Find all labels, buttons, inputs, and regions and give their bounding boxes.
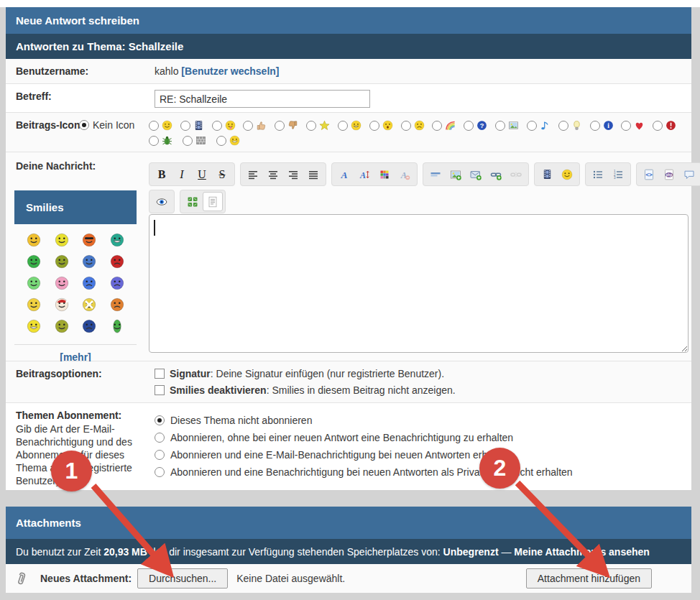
disable-smilies-checkbox[interactable] bbox=[155, 385, 165, 395]
post-icon-option[interactable] bbox=[401, 120, 429, 131]
smiley-red-angry-icon[interactable] bbox=[110, 254, 124, 271]
subscription-radio-2[interactable] bbox=[155, 450, 165, 460]
question-badge-radio[interactable] bbox=[464, 121, 474, 131]
smiley-pickle-icon[interactable] bbox=[110, 319, 124, 336]
subject-input[interactable] bbox=[155, 90, 370, 108]
smiley-lightgreen-icon[interactable] bbox=[27, 276, 41, 292]
source-view-button[interactable] bbox=[203, 192, 223, 211]
surprised-face-radio[interactable] bbox=[369, 121, 379, 131]
post-icon-option[interactable] bbox=[338, 120, 366, 131]
subscription-radio-1[interactable] bbox=[155, 433, 165, 443]
smiley-olive-icon[interactable] bbox=[55, 254, 69, 271]
heart-radio[interactable] bbox=[621, 121, 631, 131]
remove-format-button[interactable]: A bbox=[395, 165, 415, 184]
rainbow-radio[interactable] bbox=[432, 121, 442, 131]
thumbs-down-radio[interactable] bbox=[275, 121, 285, 131]
post-icon-option[interactable] bbox=[180, 120, 208, 131]
smiley-navy-angry-icon[interactable] bbox=[82, 319, 96, 336]
smiley-pink-icon[interactable] bbox=[55, 276, 69, 292]
post-icon-option[interactable] bbox=[369, 120, 397, 131]
post-icon-option[interactable] bbox=[183, 135, 213, 146]
star-radio[interactable] bbox=[306, 121, 316, 131]
horizontal-rule-button[interactable] bbox=[425, 165, 446, 184]
font-family-button[interactable]: A bbox=[334, 165, 354, 184]
info-badge-radio[interactable] bbox=[590, 121, 600, 131]
tongue-face-radio[interactable] bbox=[212, 121, 222, 131]
strike-button[interactable]: S bbox=[212, 165, 232, 184]
post-icon-option[interactable]: i bbox=[590, 120, 618, 131]
list-unordered-button[interactable] bbox=[588, 165, 608, 184]
maximize-button[interactable] bbox=[183, 192, 203, 211]
laugh-face-radio[interactable] bbox=[216, 136, 226, 146]
switch-user-link[interactable]: [Benutzer wechseln] bbox=[181, 65, 279, 77]
subscription-radio-3[interactable] bbox=[155, 467, 165, 477]
grin-face-radio[interactable] bbox=[338, 121, 348, 131]
italic-button[interactable]: I bbox=[172, 165, 192, 184]
post-icon-option[interactable] bbox=[212, 120, 240, 131]
post-icon-option[interactable] bbox=[149, 120, 177, 131]
message-textarea[interactable] bbox=[149, 214, 689, 353]
post-icon-option[interactable] bbox=[653, 120, 681, 131]
smiley-olive-eyes-icon[interactable] bbox=[55, 319, 69, 336]
music-note-radio[interactable] bbox=[527, 121, 537, 131]
smiley-green-icon[interactable] bbox=[27, 254, 41, 271]
film-radio[interactable] bbox=[180, 121, 190, 131]
post-icon-option[interactable] bbox=[149, 135, 179, 146]
align-center-button[interactable] bbox=[263, 165, 283, 184]
post-icon-option[interactable] bbox=[432, 120, 460, 131]
signature-checkbox[interactable] bbox=[155, 369, 165, 379]
smiley-gold-icon[interactable] bbox=[27, 233, 41, 249]
insert-smiley-button[interactable] bbox=[557, 165, 577, 184]
no-icon-radio[interactable] bbox=[79, 120, 89, 130]
smiley-teal-grin-icon[interactable] bbox=[110, 233, 124, 249]
bold-button[interactable]: B bbox=[152, 165, 172, 184]
subscription-option[interactable]: Dieses Thema nicht abonnieren bbox=[155, 412, 573, 429]
smiley-bandage-icon[interactable] bbox=[82, 297, 96, 314]
smiley-blue-icon[interactable] bbox=[82, 254, 96, 271]
smiley-sunglasses-icon[interactable] bbox=[82, 233, 96, 249]
smiley-yellow-icon[interactable] bbox=[55, 233, 69, 249]
align-right-button[interactable] bbox=[283, 165, 303, 184]
post-icon-option[interactable] bbox=[216, 135, 247, 146]
post-icon-option[interactable] bbox=[495, 120, 523, 131]
my-attachments-link[interactable]: Meine Attachments ansehen bbox=[514, 546, 650, 558]
insert-link-button[interactable] bbox=[486, 165, 506, 184]
wink-face-radio[interactable] bbox=[149, 121, 159, 131]
align-left-button[interactable] bbox=[243, 165, 263, 184]
smiley-orange-mad-icon[interactable] bbox=[110, 297, 124, 314]
align-justify-button[interactable] bbox=[303, 165, 323, 184]
add-attachment-button[interactable]: Attachment hinzufügen bbox=[526, 568, 652, 589]
brick-wall-radio[interactable] bbox=[183, 136, 193, 146]
post-icon-option[interactable] bbox=[527, 120, 555, 131]
post-icon-option[interactable]: ? bbox=[464, 120, 492, 131]
thumbs-up-radio[interactable] bbox=[243, 121, 253, 131]
post-icon-option[interactable] bbox=[558, 120, 586, 131]
bug-radio[interactable] bbox=[149, 136, 159, 146]
no-icon-option[interactable]: Kein Icon bbox=[79, 119, 134, 131]
list-ordered-button[interactable]: 123 bbox=[608, 165, 628, 184]
lightbulb-radio[interactable] bbox=[558, 121, 568, 131]
insert-code-button[interactable]: <> bbox=[639, 165, 659, 184]
browse-button[interactable]: Durchsuchen... bbox=[137, 568, 228, 589]
post-icon-option[interactable] bbox=[275, 120, 303, 131]
insert-email-button[interactable] bbox=[466, 165, 486, 184]
post-icon-option[interactable] bbox=[243, 120, 271, 131]
smiley-bat-icon[interactable] bbox=[27, 297, 41, 314]
insert-video-button[interactable] bbox=[537, 165, 557, 184]
font-color-button[interactable] bbox=[374, 165, 395, 184]
insert-quote-button[interactable] bbox=[679, 165, 699, 184]
insert-image-button[interactable] bbox=[446, 165, 466, 184]
underline-button[interactable]: U bbox=[192, 165, 212, 184]
insert-php-button[interactable]: php bbox=[659, 165, 679, 184]
font-size-button[interactable]: A bbox=[354, 165, 374, 184]
smiley-blue-sad-icon[interactable] bbox=[82, 276, 96, 292]
exclamation-badge-radio[interactable] bbox=[653, 121, 663, 131]
subscription-radio-0[interactable] bbox=[155, 415, 165, 425]
subscription-option[interactable]: Abonnieren, ohne bei einer neuen Antwort… bbox=[155, 429, 573, 446]
post-icon-option[interactable] bbox=[306, 120, 334, 131]
preview-button[interactable] bbox=[152, 192, 172, 211]
post-icon-option[interactable] bbox=[621, 120, 649, 131]
smiley-laugh-icon[interactable] bbox=[27, 319, 41, 336]
frown-face-radio[interactable] bbox=[401, 121, 411, 131]
picture-radio[interactable] bbox=[495, 121, 505, 131]
